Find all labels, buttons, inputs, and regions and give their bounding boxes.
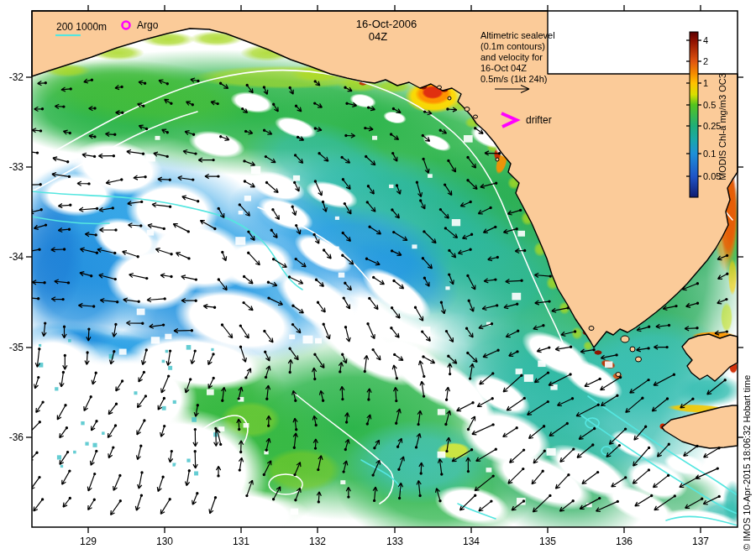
x-tick-label: 130: [156, 536, 173, 547]
annotation-line-4: 16-Oct 04Z: [480, 63, 527, 73]
map-overlay: 129130131132133134135136137 -32-33-34-35…: [0, 0, 756, 554]
y-tick-label: -34: [9, 251, 24, 263]
x-tick-label: 131: [233, 536, 249, 547]
drifter-label: drifter: [526, 114, 552, 126]
y-tick-label: -33: [9, 161, 24, 173]
islet: [496, 158, 499, 161]
x-tick-label: 129: [80, 536, 97, 547]
colorbar-tick-label: 4: [703, 35, 708, 45]
islet: [465, 107, 470, 112]
land-yorke-peninsula: [682, 334, 738, 381]
colorbar-title: MODIS Chl-a mg/m3 OC3: [717, 73, 727, 180]
annotation-line-1: Altimetric sealevel: [480, 30, 555, 40]
colorbar-gradient: [690, 32, 698, 197]
y-tick-label: -36: [9, 431, 24, 443]
isobath-legend-label: 200 1000m: [56, 21, 107, 33]
x-tick-label: 132: [309, 536, 326, 547]
islet: [448, 97, 451, 100]
y-axis-labels: -32-33-34-35-36: [9, 71, 24, 443]
islet: [589, 327, 594, 331]
colorbar-tick-label: 1: [703, 78, 708, 88]
islet: [630, 347, 635, 352]
land-kangaroo-island: [662, 405, 738, 448]
colorbar-tick-label: 2: [703, 56, 708, 66]
islet: [636, 357, 642, 362]
land-group: [32, 11, 738, 448]
colorbar-tick-label: 0.1: [703, 149, 716, 159]
islet: [616, 373, 621, 377]
x-tick-label: 133: [386, 536, 403, 547]
argo-label: Argo: [137, 19, 159, 31]
annotation-line-5: 0.5m/s (1kt 24h): [480, 74, 547, 84]
islet: [438, 86, 442, 89]
map-title-time: 04Z: [369, 30, 387, 43]
x-tick-label: 135: [539, 536, 556, 547]
islet: [474, 115, 478, 118]
islet: [621, 336, 629, 342]
x-tick-label: 136: [616, 536, 633, 547]
colorbar-tick-label: 0.5: [703, 100, 716, 110]
credit-text: © IMOS 10-Apr-2015 18:06:32 Hobart time: [742, 375, 752, 551]
x-tick-label: 134: [463, 536, 480, 547]
y-tick-label: -32: [9, 71, 24, 83]
map-figure: 129130131132133134135136137 -32-33-34-35…: [0, 0, 756, 554]
y-tick-label: -35: [9, 342, 24, 353]
annotation-line-2: (0.1m contours): [480, 41, 545, 51]
annotation-line-3: and velocity for: [480, 52, 543, 62]
map-title-date: 16-Oct-2006: [356, 18, 417, 30]
x-axis-labels: 129130131132133134135136137: [80, 536, 709, 547]
x-tick-label: 137: [692, 536, 709, 547]
